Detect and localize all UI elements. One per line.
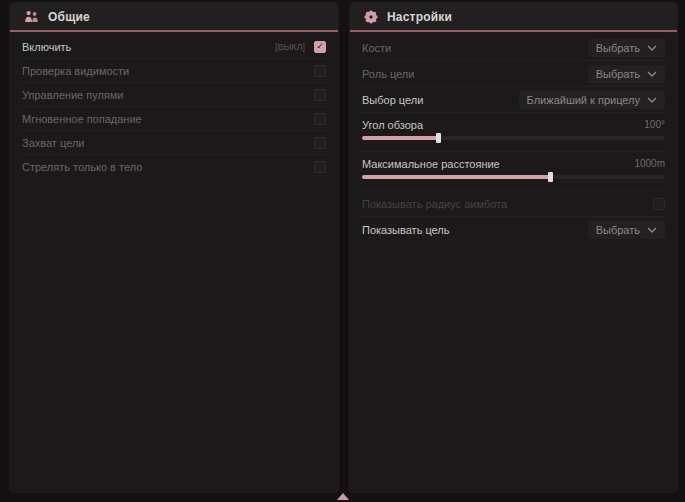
row-label: Мгновенное попадание <box>22 113 314 125</box>
row-max-distance: Максимальное расстояние1000m <box>362 152 665 191</box>
row-target-selection: Выбор целиБлижайший к прицелу <box>362 87 665 113</box>
row-target-role: Роль целиВыбрать <box>362 61 665 87</box>
row-instant-hit[interactable]: Мгновенное попадание <box>22 107 326 131</box>
select-value: Выбрать <box>596 68 640 80</box>
row-label: Стрелять только в тело <box>22 161 314 173</box>
keybind-tag: [ВЫКЛ] <box>275 42 305 52</box>
row-label: Максимальное расстояние <box>362 158 634 170</box>
row-label: Управление пулями <box>22 89 314 101</box>
enable-checkbox[interactable]: ✓ <box>314 41 326 53</box>
panel-settings: Настройки КостиВыбратьРоль целиВыбратьВы… <box>350 3 677 492</box>
row-label: Включить <box>22 41 275 53</box>
show-aimbot-radius-checkbox[interactable] <box>653 198 665 210</box>
row-label: Кости <box>362 42 588 54</box>
row-target-lock[interactable]: Захват цели <box>22 131 326 155</box>
row-label: Показывать цель <box>362 224 588 236</box>
slider-handle[interactable] <box>436 133 441 143</box>
select-value: Выбрать <box>596 42 640 54</box>
row-visibility-check[interactable]: Проверка видимости <box>22 59 326 83</box>
users-icon <box>24 10 39 23</box>
slider-value: 1000m <box>634 158 665 169</box>
row-label: Показывать радиус аимбота <box>362 198 653 210</box>
row-enable[interactable]: Включить[ВЫКЛ]✓ <box>22 35 326 59</box>
gear-icon <box>364 10 378 24</box>
body-shots-only-checkbox[interactable] <box>314 161 326 173</box>
panel-general: Общие Включить[ВЫКЛ]✓Проверка видимостиУ… <box>10 3 338 492</box>
target-selection-select[interactable]: Ближайший к прицелу <box>519 91 665 109</box>
slider-header: Угол обзора100° <box>362 117 665 132</box>
slider-fill <box>362 136 438 140</box>
row-bullet-control[interactable]: Управление пулями <box>22 83 326 107</box>
chevron-down-icon <box>647 45 657 51</box>
target-lock-checkbox[interactable] <box>314 137 326 149</box>
fov-slider[interactable] <box>362 136 665 140</box>
bullet-control-checkbox[interactable] <box>314 89 326 101</box>
instant-hit-checkbox[interactable] <box>314 113 326 125</box>
row-show-target: Показывать цельВыбрать <box>362 217 665 242</box>
chevron-down-icon <box>647 97 657 103</box>
panel-general-title: Общие <box>48 10 90 24</box>
target-role-select[interactable]: Выбрать <box>588 65 665 83</box>
max-distance-slider[interactable] <box>362 175 665 179</box>
row-label: Роль цели <box>362 68 588 80</box>
row-label: Захват цели <box>22 137 314 149</box>
bones-select[interactable]: Выбрать <box>588 39 665 57</box>
row-bones: КостиВыбрать <box>362 35 665 61</box>
show-target-select[interactable]: Выбрать <box>588 221 665 239</box>
row-label: Выбор цели <box>362 94 519 106</box>
row-show-aimbot-radius[interactable]: Показывать радиус аимбота <box>362 191 665 217</box>
panel-settings-title: Настройки <box>387 10 452 24</box>
visibility-check-checkbox[interactable] <box>314 65 326 77</box>
slider-header: Максимальное расстояние1000m <box>362 156 665 171</box>
row-label: Угол обзора <box>362 119 644 131</box>
panel-settings-header[interactable]: Настройки <box>350 3 677 32</box>
row-fov: Угол обзора100° <box>362 113 665 152</box>
chevron-down-icon <box>647 71 657 77</box>
slider-handle[interactable] <box>548 172 553 182</box>
slider-fill <box>362 175 550 179</box>
slider-value: 100° <box>644 119 665 130</box>
panel-general-header[interactable]: Общие <box>10 3 338 32</box>
row-label: Проверка видимости <box>22 65 314 77</box>
select-value: Выбрать <box>596 224 640 236</box>
select-value: Ближайший к прицелу <box>527 94 640 106</box>
resize-handle-triangle-up-icon[interactable] <box>337 493 349 500</box>
row-body-shots-only[interactable]: Стрелять только в тело <box>22 155 326 178</box>
chevron-down-icon <box>647 227 657 233</box>
